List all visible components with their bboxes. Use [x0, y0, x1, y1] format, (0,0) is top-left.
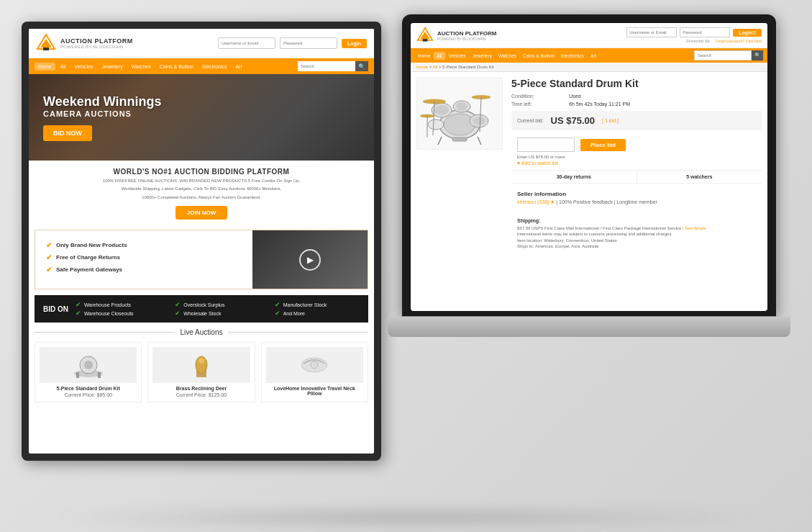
laptop-bid-input[interactable]	[517, 137, 575, 152]
monitor-feature-3: ✔ Safe Payment Gateways	[46, 266, 242, 274]
scene: AUCTION PLATFORM POWERED BY BLOCKCHAIN L…	[0, 0, 812, 532]
laptop-search-input[interactable]	[694, 50, 752, 60]
laptop-login-button[interactable]: Login!!	[733, 29, 762, 37]
monitor-auction-card-2[interactable]: Brass Reclining Deer Current Price: $125…	[147, 342, 255, 402]
laptop-item-location: Item location: Waterbury, Connecticut, U…	[517, 238, 617, 243]
monitor-bid-on-overstock: ✔ Overstock Surplus	[175, 301, 260, 308]
monitor-auction-title-2: Brass Reclining Deer	[152, 386, 250, 391]
laptop-device: AUCTION PLATFORM POWERED BY BLOCKCHAIN L…	[388, 14, 790, 504]
monitor-hero-title: Weekend Winnings	[43, 94, 162, 109]
monitor-username-input[interactable]	[218, 37, 275, 49]
laptop-breadcrumb: Home > All > 5-Piece Standard Drum Kit	[411, 63, 767, 72]
laptop-nav-coins[interactable]: Coins & Bullion	[520, 52, 557, 60]
laptop-drum-kit-svg	[420, 81, 499, 146]
svg-line-31	[438, 137, 442, 145]
monitor-bid-now-button[interactable]: BID NOW	[43, 125, 92, 141]
laptop-place-bid-button[interactable]: Place bid	[580, 139, 626, 151]
svg-rect-33	[452, 137, 467, 141]
svg-rect-6	[76, 372, 79, 378]
laptop-watchers-box: 5 watchers	[637, 171, 762, 183]
monitor-auction-card-3[interactable]: LoveHome Innovative Travel Neck Pillow	[261, 342, 368, 402]
laptop-password-input[interactable]	[680, 27, 730, 37]
monitor-auction-card-1[interactable]: 5-Piece Standard Drum Kit Current Price:…	[35, 342, 142, 402]
laptop-ships-to: Ships to: Americas, Europe, Asia, Austra…	[517, 244, 598, 248]
monitor-logo-main: AUCTION PLATFORM	[60, 37, 133, 45]
monitor-bid-on-section: BID ON ✔ Warehouse Products ✔ Overstock …	[35, 295, 368, 323]
svg-point-21	[456, 103, 467, 111]
laptop-breadcrumb-all[interactable]: All	[433, 65, 438, 69]
laptop-product-details: 5-Piece Standard Drum Kit Condition: Use…	[511, 78, 762, 253]
monitor-nav-coins[interactable]: Coins & Bullion	[156, 63, 197, 71]
svg-point-5	[84, 361, 93, 369]
laptop-watch-link[interactable]: ♥ Add to watch list	[511, 159, 762, 167]
monitor-bid-on-check-3: ✔	[275, 301, 280, 308]
monitor-logo-icon	[36, 33, 56, 53]
monitor-hero: Weekend Winnings CAMERA AUCTIONS BID NOW	[29, 74, 374, 161]
laptop-shipping-info: $37.50 USPS First Class Mail Internation…	[517, 225, 756, 250]
laptop-header: AUCTION PLATFORM POWERED BY BLOCKCHAIN L…	[411, 23, 767, 48]
monitor-search-input[interactable]	[298, 61, 355, 71]
laptop-logo-sub: POWERED BY BLOCKCHAIN	[437, 37, 497, 41]
monitor-logo-area: AUCTION PLATFORM POWERED BY BLOCKCHAIN	[36, 33, 133, 53]
laptop-returns-box: 30-day returns	[511, 171, 637, 183]
monitor-world-section: WORLD'S NO#1 AUCTION BIDDING PLATFORM 10…	[29, 161, 374, 224]
monitor-bid-on-check-1: ✔	[76, 301, 81, 308]
laptop-product-title: 5-Piece Standard Drum Kit	[511, 78, 762, 89]
laptop-screen: AUCTION PLATFORM POWERED BY BLOCKCHAIN L…	[411, 23, 767, 311]
monitor-auctions-title-text: Live Auctions	[181, 328, 223, 336]
laptop-nav-all[interactable]: All	[434, 52, 444, 60]
monitor-password-input[interactable]	[280, 37, 337, 49]
svg-point-12	[311, 361, 318, 369]
laptop-nav-home[interactable]: Home	[415, 52, 433, 60]
laptop-nav-jewellery[interactable]: Jewellery	[470, 52, 495, 60]
monitor-features-row: ✔ Only Brand New Products ✔ Free of Char…	[35, 230, 368, 289]
monitor-feature-label-2: Free of Charge Returns	[56, 254, 120, 261]
monitor-nav-home[interactable]: Home	[35, 63, 55, 71]
monitor-auction-img-1	[40, 347, 137, 383]
monitor-nav-watches[interactable]: Watches	[128, 63, 155, 71]
monitor-feature-label-1: Only Brand New Products	[56, 242, 127, 248]
monitor-join-button[interactable]: JOIN NOW	[175, 206, 227, 220]
svg-line-32	[478, 137, 481, 145]
laptop-shipping-note: International items may be subject to cu…	[517, 232, 672, 236]
monitor-nav-jewellery[interactable]: Jewellery	[99, 63, 127, 71]
monitor-auction-img-2	[152, 347, 250, 383]
laptop-shipping-title: Shipping:	[517, 218, 540, 223]
monitor-play-button[interactable]: ▶	[299, 249, 321, 271]
monitor-logo-sub: POWERED BY BLOCKCHAIN	[60, 45, 133, 49]
monitor-nav-electronics[interactable]: Electronics	[199, 63, 230, 71]
laptop-shipping-section: Shipping: $37.50 USPS First Class Mail I…	[511, 209, 762, 253]
monitor-bezel: AUCTION PLATFORM POWERED BY BLOCKCHAIN L…	[22, 22, 381, 461]
monitor-nav-art[interactable]: Art	[232, 63, 245, 71]
monitor-search-button[interactable]: 🔍	[355, 61, 368, 71]
laptop-time-label: Time left:	[511, 102, 555, 107]
monitor-hero-subtitle: CAMERA AUCTIONS	[43, 109, 162, 118]
laptop-condition-value: Used	[569, 94, 580, 99]
monitor-features-video[interactable]: ▶	[252, 230, 368, 289]
laptop-breadcrumb-home[interactable]: Home	[416, 65, 428, 69]
monitor-auction-price-2: Current Price: $125.00	[152, 392, 250, 397]
monitor-world-desc3: 10000+ Completed Auctions, Always Fair A…	[43, 194, 360, 200]
laptop-nav-watches[interactable]: Watches	[496, 52, 519, 60]
monitor-nav-all[interactable]: All	[57, 63, 70, 71]
monitor-bid-on-check-6: ✔	[275, 310, 280, 317]
laptop-nav-vehicles[interactable]: Vehicles	[446, 52, 469, 60]
laptop-returns-watchers-row: 30-day returns 5 watchers	[511, 170, 762, 184]
laptop-seller-name[interactable]: shimson (338)	[517, 199, 549, 204]
monitor-login-button[interactable]: Login	[342, 39, 367, 48]
laptop-logo-icon	[416, 27, 434, 44]
laptop-nav-electronics[interactable]: Electronics	[558, 52, 587, 60]
laptop-username-input[interactable]	[626, 27, 677, 37]
laptop-condition-row: Condition: Used	[511, 94, 762, 99]
laptop-seller-feedback: | 100% Positive feedback	[556, 199, 612, 204]
laptop-seller-title: Seller information	[517, 191, 756, 197]
monitor-bid-on-warehouse: ✔ Warehouse Products	[76, 301, 160, 308]
monitor-nav-vehicles[interactable]: Vehicles	[70, 63, 96, 71]
laptop-nav-art[interactable]: Art	[588, 52, 599, 60]
laptop-forgot-password[interactable]: Forgot password? Click here	[716, 39, 762, 43]
laptop-see-details[interactable]: | See details	[683, 226, 706, 230]
laptop-breadcrumb-product: 5-Piece Standard Drum Kit	[442, 65, 493, 69]
monitor-bid-on-label-5: Wholesale Stock	[183, 311, 221, 316]
laptop-remember-me: Remember Me	[686, 39, 710, 43]
laptop-search-button[interactable]: 🔍	[752, 50, 763, 60]
